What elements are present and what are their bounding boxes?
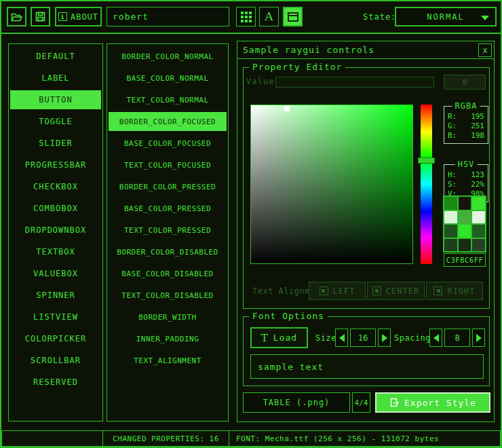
align-center-button[interactable]: CENTER bbox=[367, 282, 425, 300]
window-icon bbox=[288, 12, 298, 22]
property-item[interactable]: BASE_COLOR_DISABLED bbox=[107, 263, 228, 284]
swatch bbox=[444, 239, 457, 252]
grid-icon bbox=[241, 12, 252, 22]
color-picker-cursor[interactable] bbox=[284, 106, 290, 111]
property-item[interactable]: BASE_COLOR_PRESSED bbox=[107, 198, 228, 219]
control-item[interactable]: DROPDOWNBOX bbox=[9, 219, 102, 241]
color-picker-panel[interactable] bbox=[250, 105, 413, 264]
b-label: B: bbox=[448, 131, 457, 141]
arrow-right-icon bbox=[382, 334, 387, 342]
property-item[interactable]: BASE_COLOR_NORMAL bbox=[107, 67, 228, 89]
export-format-value: TABLE (.png) bbox=[263, 398, 330, 407]
r-value: 195 bbox=[471, 112, 484, 122]
control-item[interactable]: COMBOBOX bbox=[9, 198, 102, 219]
control-item[interactable]: VALUEBOX bbox=[9, 263, 102, 284]
property-item[interactable]: TEXT_COLOR_NORMAL bbox=[107, 89, 228, 111]
size-value-box[interactable]: 16 bbox=[350, 329, 376, 347]
sample-text-input[interactable]: sample text bbox=[250, 354, 484, 379]
property-item[interactable]: TEXT_COLOR_PRESSED bbox=[107, 219, 228, 241]
hue-bar[interactable] bbox=[421, 105, 432, 264]
style-name-input[interactable] bbox=[107, 7, 229, 26]
export-format-combo[interactable]: TABLE (.png) bbox=[243, 392, 350, 413]
control-item[interactable]: LISTVIEW bbox=[9, 306, 102, 328]
control-item[interactable]: CHECKBOX bbox=[9, 176, 102, 198]
state-dropdown-value: NORMAL bbox=[427, 12, 464, 22]
value-slider[interactable] bbox=[275, 77, 434, 88]
control-item[interactable]: DEFAULT bbox=[9, 45, 102, 67]
swatch bbox=[459, 197, 471, 210]
swatch bbox=[472, 211, 485, 224]
align-center-icon bbox=[372, 286, 381, 295]
arrow-left-icon bbox=[339, 334, 345, 342]
font-options-group: Font Options T Load Size: 16 Spacing: 8 … bbox=[243, 316, 490, 386]
property-item[interactable]: BORDER_COLOR_PRESSED bbox=[107, 176, 228, 198]
status-cell-empty bbox=[1, 430, 103, 447]
property-item[interactable]: BASE_COLOR_FOCUSED bbox=[107, 132, 228, 154]
rgba-row-b: B: 198 bbox=[448, 131, 484, 141]
property-item[interactable]: BORDER_COLOR_DISABLED bbox=[107, 241, 228, 263]
rgba-row-r: R: 195 bbox=[448, 112, 484, 122]
control-item[interactable]: COLORPICKER bbox=[9, 328, 102, 350]
control-item[interactable]: RESERVED bbox=[9, 371, 102, 393]
style-color-swatches bbox=[443, 195, 486, 253]
control-item[interactable]: TEXTBOX bbox=[9, 241, 102, 263]
export-row: TABLE (.png) 4/4 Export Style bbox=[237, 392, 495, 413]
spacing-value: 8 bbox=[455, 333, 459, 343]
spacing-decrement-button[interactable] bbox=[429, 329, 442, 347]
property-item[interactable]: BORDER_WIDTH bbox=[107, 306, 228, 328]
text-alignment-row: Text Alignment LEFT CENTER RIGHT bbox=[244, 282, 490, 301]
export-style-button[interactable]: Export Style bbox=[375, 392, 490, 413]
property-editor-group: Property Editor Value: 0 RGBA R: 195 G: … bbox=[243, 67, 490, 309]
changed-properties-text: CHANGED PROPERTIES: 16 bbox=[113, 434, 219, 443]
value-box[interactable]: 0 bbox=[444, 75, 486, 90]
control-item[interactable]: SLIDER bbox=[9, 132, 102, 154]
swatch bbox=[459, 211, 471, 224]
hex-color-input[interactable]: C3FBC6FF bbox=[444, 253, 486, 267]
swatch bbox=[459, 239, 471, 252]
swatch bbox=[444, 225, 457, 238]
property-item[interactable]: TEXT_ALIGNMENT bbox=[107, 350, 228, 371]
s-label: S: bbox=[448, 180, 457, 189]
window-titlebar[interactable]: Sample raygui controls bbox=[237, 41, 494, 59]
font-view-button[interactable]: A bbox=[259, 7, 279, 26]
save-file-button[interactable] bbox=[31, 7, 50, 26]
style-table-view-button[interactable] bbox=[236, 7, 256, 26]
properties-list: BORDER_COLOR_NORMAL BASE_COLOR_NORMAL TE… bbox=[107, 43, 229, 422]
load-font-button[interactable]: T Load bbox=[250, 327, 308, 348]
close-button[interactable]: x bbox=[478, 43, 492, 57]
hue-slider-handle[interactable] bbox=[418, 157, 435, 164]
control-item[interactable]: SCROLLBAR bbox=[9, 350, 102, 371]
state-label: State: bbox=[363, 12, 396, 22]
about-button[interactable]: i ABOUT bbox=[55, 7, 102, 26]
open-file-button[interactable] bbox=[7, 7, 26, 26]
controls-list: DEFAULT LABEL BUTTON TOGGLE SLIDER PROGR… bbox=[8, 43, 103, 422]
control-item[interactable]: PROGRESSBAR bbox=[9, 154, 102, 176]
control-item[interactable]: SPINNER bbox=[9, 284, 102, 306]
property-item[interactable]: INNER_PADDING bbox=[107, 328, 228, 350]
align-left-button[interactable]: LEFT bbox=[309, 282, 366, 300]
controls-view-button[interactable] bbox=[283, 7, 303, 26]
size-decrement-button[interactable] bbox=[335, 329, 348, 347]
size-increment-button[interactable] bbox=[378, 329, 391, 347]
spacing-increment-button[interactable] bbox=[472, 329, 485, 347]
font-a-icon: A bbox=[265, 11, 273, 22]
property-item-selected[interactable]: BORDER_COLOR_FOCUSED bbox=[109, 112, 227, 131]
property-item[interactable]: BORDER_COLOR_NORMAL bbox=[107, 45, 228, 67]
property-item[interactable]: TEXT_COLOR_FOCUSED bbox=[107, 154, 228, 176]
hsv-row-h: H: 123 bbox=[448, 170, 484, 180]
folder-open-icon bbox=[11, 12, 22, 22]
property-item[interactable]: TEXT_COLOR_DISABLED bbox=[107, 284, 228, 306]
hsv-row-s: S: 22% bbox=[448, 180, 484, 189]
g-label: G: bbox=[448, 122, 457, 131]
align-right-button[interactable]: RIGHT bbox=[426, 282, 483, 300]
spacing-value-box[interactable]: 8 bbox=[444, 329, 470, 347]
control-item[interactable]: LABEL bbox=[9, 67, 102, 89]
format-pager-button[interactable]: 4/4 bbox=[352, 392, 370, 413]
control-item[interactable]: TOGGLE bbox=[9, 111, 102, 132]
align-left-icon bbox=[320, 286, 328, 295]
align-left-label: LEFT bbox=[333, 286, 355, 296]
swatch bbox=[472, 239, 485, 252]
state-dropdown[interactable]: NORMAL bbox=[395, 7, 497, 26]
format-pager-value: 4/4 bbox=[355, 398, 368, 407]
control-item-selected[interactable]: BUTTON bbox=[10, 90, 101, 109]
